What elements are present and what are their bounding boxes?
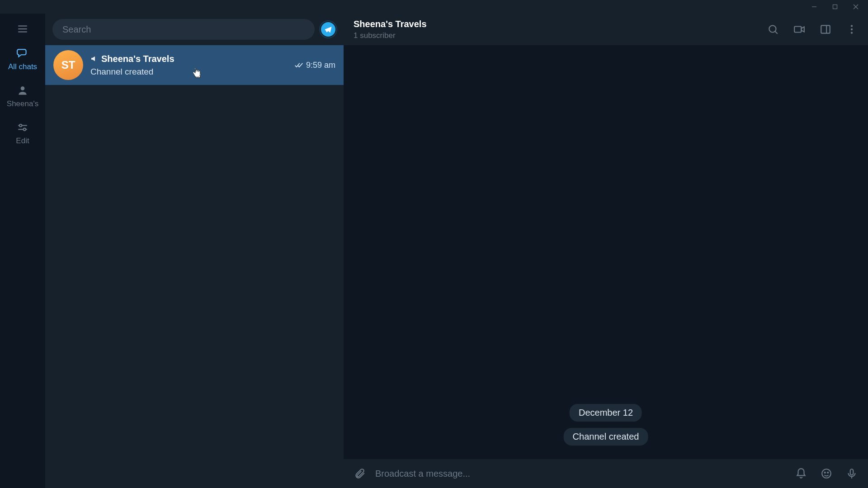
conversation-header[interactable]: Sheena's Travels 1 subscriber (344, 14, 868, 45)
svg-point-22 (827, 472, 828, 473)
attach-icon[interactable] (354, 467, 366, 480)
side-panel-button[interactable] (819, 23, 832, 36)
chat-list-item[interactable]: ST Sheena's Travels Channel created 9:59… (45, 45, 344, 85)
menu-button[interactable] (0, 17, 45, 41)
conversation-title: Sheena's Travels (354, 19, 427, 29)
svg-point-19 (851, 32, 853, 33)
compose-input[interactable] (375, 469, 786, 479)
system-message-pill: Channel created (564, 428, 648, 446)
telegram-badge-icon[interactable] (320, 21, 336, 38)
video-chat-button[interactable] (793, 23, 806, 36)
chat-time: 9:59 am (306, 61, 335, 70)
folder-edit[interactable]: Edit (0, 115, 45, 152)
window-titlebar (0, 0, 868, 14)
chats-icon (16, 47, 29, 60)
svg-rect-14 (794, 27, 801, 33)
svg-point-21 (825, 472, 826, 473)
avatar-initials: ST (61, 59, 75, 71)
user-icon (16, 84, 29, 97)
folder-label: Edit (16, 136, 29, 145)
svg-rect-15 (821, 25, 830, 33)
avatar: ST (53, 50, 83, 80)
megaphone-icon (90, 55, 98, 62)
svg-line-13 (775, 31, 777, 33)
search-pill[interactable] (52, 19, 315, 40)
chat-preview: Channel created (90, 67, 287, 77)
svg-point-18 (851, 28, 853, 30)
svg-point-9 (19, 124, 22, 127)
svg-rect-23 (850, 469, 854, 475)
emoji-icon[interactable] (820, 467, 833, 480)
svg-point-11 (24, 128, 26, 131)
chat-name: Sheena's Travels (101, 54, 175, 64)
conversation-subtitle: 1 subscriber (354, 31, 427, 40)
conversation-body: December 12 Channel created (344, 45, 868, 459)
search-input[interactable] (62, 24, 305, 35)
sliders-icon (16, 121, 29, 134)
svg-rect-1 (833, 5, 837, 9)
svg-point-12 (769, 25, 776, 32)
window-maximize-button[interactable] (825, 0, 845, 14)
system-date-pill: December 12 (570, 404, 642, 422)
window-close-button[interactable] (845, 0, 866, 14)
voice-message-icon[interactable] (845, 467, 858, 480)
svg-point-17 (851, 25, 853, 27)
svg-point-20 (822, 469, 831, 478)
search-in-chat-button[interactable] (767, 23, 779, 36)
folder-sidebar: All chats Sheena's Edit (0, 14, 45, 488)
folder-label: All chats (8, 62, 37, 71)
search-row (45, 14, 344, 45)
folder-sheenas[interactable]: Sheena's (0, 78, 45, 115)
double-check-icon (294, 61, 303, 70)
folder-all-chats[interactable]: All chats (0, 41, 45, 78)
folder-label: Sheena's (7, 99, 38, 108)
chat-list-panel: ST Sheena's Travels Channel created 9:59… (45, 14, 344, 488)
svg-point-7 (21, 86, 25, 90)
notifications-icon[interactable] (795, 467, 807, 480)
conversation-panel: Sheena's Travels 1 subscriber (344, 14, 868, 488)
composer (344, 459, 868, 488)
more-options-button[interactable] (845, 23, 858, 36)
window-minimize-button[interactable] (804, 0, 825, 14)
